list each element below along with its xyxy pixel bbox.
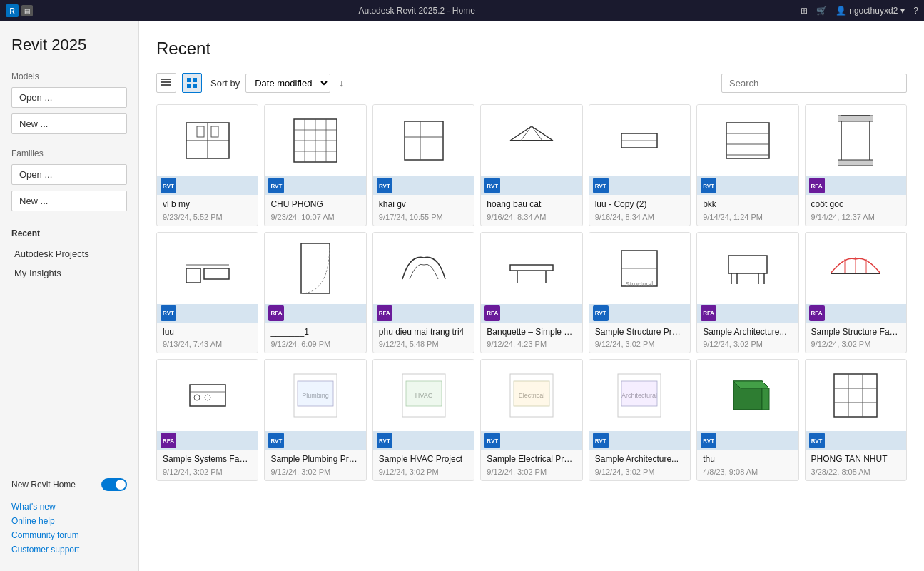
families-open-button[interactable]: Open ... (11, 164, 127, 185)
help-icon[interactable]: ? (913, 6, 918, 16)
community-forum-link[interactable]: Community forum (11, 528, 127, 542)
file-thumbnail (806, 233, 906, 304)
file-card[interactable]: RVT hoang bau cat 9/16/24, 8:34 AM (480, 104, 582, 226)
file-icon-bar: RVT (481, 176, 582, 195)
file-info: Banquette – Simple avec îlot 9/12/24, 4:… (481, 323, 582, 353)
file-thumbnail (265, 233, 365, 304)
models-open-button[interactable]: Open ... (11, 87, 127, 108)
file-card[interactable]: RFA coôt goc 9/14/24, 12:37 AM (805, 104, 907, 226)
customer-support-link[interactable]: Customer support (11, 542, 127, 557)
file-card[interactable]: RVT PHONG TAN NHUT 3/28/22, 8:05 AM (805, 359, 907, 481)
file-info: Sample Structure Project 9/12/24, 3:02 P… (589, 323, 690, 353)
main-layout: Revit 2025 Models Open ... New ... Famil… (0, 21, 924, 571)
file-type-icon: RVT (593, 178, 609, 193)
svg-text:Structural: Structural (626, 281, 654, 288)
file-date: 9/14/24, 12:37 AM (811, 213, 900, 221)
models-section-label: Models (11, 71, 127, 81)
file-icon-bar: RFA (481, 304, 582, 323)
file-card[interactable]: RFA Sample Architecture... 9/12/24, 3:02… (696, 232, 798, 354)
thumb-image: Electrical (481, 360, 582, 431)
models-new-button[interactable]: New ... (11, 113, 127, 134)
file-date: 9/12/24, 3:02 PM (163, 468, 252, 476)
file-info: Sample Structure Family 9/12/24, 3:02 PM (806, 323, 906, 353)
file-type-icon: RFA (701, 305, 716, 321)
svg-rect-35 (838, 160, 873, 166)
file-type-icon: RVT (377, 433, 392, 448)
file-card[interactable]: RVT vl b my 9/23/24, 5:52 PM (156, 104, 258, 226)
file-card[interactable]: RVT bkk 9/14/24, 1:24 PM (696, 104, 798, 226)
file-type-icon: RFA (268, 305, 284, 321)
list-view-button[interactable] (156, 73, 176, 93)
file-card[interactable]: RFA phu dieu mai trang tri4 9/12/24, 5:4… (372, 232, 474, 354)
file-date: 9/12/24, 3:02 PM (270, 468, 360, 476)
file-card[interactable]: Architectural RVT Sample Architecture...… (589, 359, 691, 481)
thumb-image (806, 233, 906, 304)
file-card[interactable]: Plumbing RVT Sample Plumbing Project 9/1… (264, 359, 366, 481)
file-icon-bar: RFA (373, 304, 474, 323)
file-card[interactable]: RVT khai gv 9/17/24, 10:55 PM (372, 104, 474, 226)
file-thumbnail: Electrical (481, 360, 582, 431)
file-card[interactable]: RVT CHU PHONG 9/23/24, 10:07 AM (264, 104, 366, 226)
sidebar-item-autodesk-projects[interactable]: Autodesk Projects (11, 244, 127, 263)
file-card[interactable]: RFA Sample Structure Family 9/12/24, 3:0… (805, 232, 907, 354)
file-type-icon: RVT (809, 433, 825, 448)
content-area: Recent Sort by Date modified Name Date c… (139, 21, 924, 571)
file-card[interactable]: RVT luu - Copy (2) 9/16/24, 8:34 AM (589, 104, 691, 226)
file-thumbnail (157, 105, 258, 176)
file-card[interactable]: Electrical RVT Sample Electrical Project… (480, 359, 582, 481)
file-name: Sample Architecture... (595, 454, 684, 465)
file-thumbnail (265, 105, 365, 176)
file-icon-bar: RFA (806, 304, 906, 323)
file-icon-bar: RVT (589, 176, 690, 195)
thumb-image (157, 105, 258, 176)
file-date: 9/12/24, 6:09 PM (270, 340, 360, 348)
file-date: 9/17/24, 10:55 PM (379, 213, 468, 221)
file-icon-bar: RFA (157, 431, 258, 450)
file-thumbnail: Structural (589, 233, 690, 304)
file-card[interactable]: RVT luu 9/13/24, 7:43 AM (156, 232, 258, 354)
file-icon-bar: RVT (265, 431, 365, 450)
svg-point-57 (194, 395, 200, 400)
file-card[interactable]: RFA Sample Systems Family 9/12/24, 3:02 … (156, 359, 258, 481)
thumb-image: Architectural (589, 360, 690, 431)
file-type-icon: RVT (701, 178, 716, 193)
file-info: luu - Copy (2) 9/16/24, 8:34 AM (589, 195, 690, 226)
file-date: 9/12/24, 3:02 PM (811, 340, 900, 348)
page-title: Recent (156, 39, 907, 59)
shop-icon[interactable]: 🛒 (816, 6, 827, 16)
grid-icon[interactable]: ⊞ (801, 6, 808, 16)
file-icon-bar: RVT (589, 431, 690, 450)
file-date: 9/12/24, 4:23 PM (487, 340, 576, 348)
sort-direction-button[interactable]: ↓ (336, 76, 347, 90)
file-card[interactable]: RFA Banquette – Simple avec îlot 9/12/24… (480, 232, 582, 354)
new-revit-home-toggle[interactable] (101, 478, 127, 491)
file-type-icon: RFA (809, 178, 825, 193)
svg-rect-10 (197, 126, 204, 137)
families-new-button[interactable]: New ... (11, 191, 127, 211)
file-name: Sample Structure Family (811, 327, 900, 338)
file-card[interactable]: RVT thu 4/8/23, 9:08 AM (696, 359, 798, 481)
sort-select[interactable]: Date modified Name Date created (245, 74, 330, 93)
user-menu[interactable]: 👤 ngocthuyxd2 ▾ (836, 6, 905, 16)
svg-rect-0 (161, 79, 171, 80)
file-icon-bar: RVT (157, 176, 258, 195)
file-date: 9/23/24, 5:52 PM (163, 213, 252, 221)
sidebar-item-my-insights[interactable]: My Insights (11, 263, 127, 283)
file-type-icon: RVT (484, 433, 500, 448)
whats-new-link[interactable]: What's new (11, 500, 127, 514)
file-name: PHONG TAN NHUT (811, 454, 900, 465)
file-card[interactable]: Structural RVT Sample Structure Project … (589, 232, 691, 354)
svg-rect-74 (834, 374, 877, 417)
file-card[interactable]: RFA _______1 9/12/24, 6:09 PM (264, 232, 366, 354)
file-date: 9/12/24, 3:02 PM (379, 468, 468, 476)
online-help-link[interactable]: Online help (11, 514, 127, 528)
file-type-icon: RVT (593, 433, 609, 448)
svg-rect-34 (838, 116, 873, 121)
search-input[interactable] (721, 74, 907, 93)
file-card[interactable]: HVAC RVT Sample HVAC Project 9/12/24, 3:… (372, 359, 474, 481)
thumb-image: Structural (589, 233, 690, 304)
file-icon-bar: RVT (697, 176, 798, 195)
file-type-icon: RVT (701, 433, 716, 448)
grid-view-button[interactable] (182, 73, 202, 93)
svg-rect-39 (301, 243, 330, 293)
